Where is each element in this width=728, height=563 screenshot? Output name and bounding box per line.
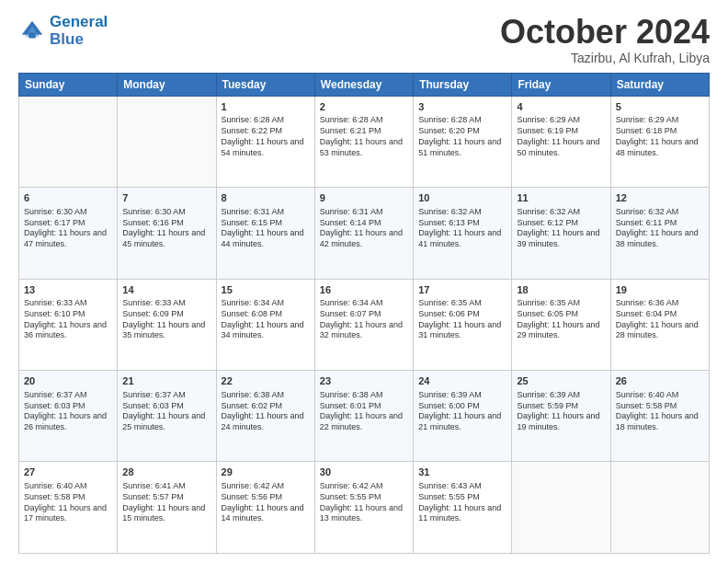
calendar-cell: 2Sunrise: 6:28 AM Sunset: 6:21 PM Daylig… <box>314 96 413 187</box>
cell-info: Sunrise: 6:42 AM Sunset: 5:56 PM Dayligh… <box>222 481 310 524</box>
day-number: 4 <box>517 100 605 114</box>
logo-icon <box>18 17 46 45</box>
day-number: 25 <box>517 374 605 388</box>
cell-info: Sunrise: 6:38 AM Sunset: 6:02 PM Dayligh… <box>222 390 310 433</box>
cell-info: Sunrise: 6:35 AM Sunset: 6:06 PM Dayligh… <box>418 298 506 341</box>
cell-info: Sunrise: 6:37 AM Sunset: 6:03 PM Dayligh… <box>122 390 210 433</box>
cell-info: Sunrise: 6:32 AM Sunset: 6:11 PM Dayligh… <box>616 207 704 250</box>
day-number: 29 <box>222 465 310 479</box>
calendar-cell: 8Sunrise: 6:31 AM Sunset: 6:15 PM Daylig… <box>216 188 314 279</box>
day-number: 20 <box>24 374 112 388</box>
calendar-cell <box>118 96 216 187</box>
calendar-cell: 3Sunrise: 6:28 AM Sunset: 6:20 PM Daylig… <box>414 96 512 187</box>
cell-info: Sunrise: 6:32 AM Sunset: 6:12 PM Dayligh… <box>517 207 605 250</box>
page: General Blue October 2024 Tazirbu, Al Ku… <box>0 0 728 563</box>
weekday-header: Friday <box>512 73 610 96</box>
weekday-header: Saturday <box>610 73 709 96</box>
cell-info: Sunrise: 6:40 AM Sunset: 5:58 PM Dayligh… <box>24 481 112 524</box>
day-number: 16 <box>320 283 408 297</box>
calendar-cell: 29Sunrise: 6:42 AM Sunset: 5:56 PM Dayli… <box>216 462 314 554</box>
day-number: 18 <box>517 283 605 297</box>
day-number: 12 <box>616 191 704 205</box>
cell-info: Sunrise: 6:41 AM Sunset: 5:57 PM Dayligh… <box>122 481 210 524</box>
calendar-cell: 23Sunrise: 6:38 AM Sunset: 6:01 PM Dayli… <box>314 371 413 462</box>
calendar-cell: 7Sunrise: 6:30 AM Sunset: 6:16 PM Daylig… <box>118 188 216 279</box>
day-number: 13 <box>24 283 112 297</box>
calendar-cell: 31Sunrise: 6:43 AM Sunset: 5:55 PM Dayli… <box>414 462 512 554</box>
calendar-cell: 20Sunrise: 6:37 AM Sunset: 6:03 PM Dayli… <box>19 371 118 462</box>
calendar-cell: 9Sunrise: 6:31 AM Sunset: 6:14 PM Daylig… <box>314 188 413 279</box>
cell-info: Sunrise: 6:39 AM Sunset: 6:00 PM Dayligh… <box>418 390 506 433</box>
day-number: 7 <box>122 191 210 205</box>
calendar-cell: 15Sunrise: 6:34 AM Sunset: 6:08 PM Dayli… <box>216 279 314 370</box>
day-number: 14 <box>122 283 210 297</box>
header: General Blue October 2024 Tazirbu, Al Ku… <box>18 14 710 65</box>
calendar-cell: 26Sunrise: 6:40 AM Sunset: 5:58 PM Dayli… <box>610 371 709 462</box>
day-number: 23 <box>320 374 408 388</box>
calendar-cell: 16Sunrise: 6:34 AM Sunset: 6:07 PM Dayli… <box>314 279 413 370</box>
day-number: 15 <box>222 283 310 297</box>
calendar-cell: 25Sunrise: 6:39 AM Sunset: 5:59 PM Dayli… <box>512 371 610 462</box>
cell-info: Sunrise: 6:29 AM Sunset: 6:19 PM Dayligh… <box>517 115 605 158</box>
day-number: 27 <box>24 465 112 479</box>
cell-info: Sunrise: 6:28 AM Sunset: 6:21 PM Dayligh… <box>320 115 408 158</box>
day-number: 3 <box>418 100 506 114</box>
title-block: October 2024 Tazirbu, Al Kufrah, Libya <box>500 14 710 65</box>
day-number: 6 <box>24 191 112 205</box>
weekday-header: Monday <box>118 73 216 96</box>
day-number: 21 <box>122 374 210 388</box>
cell-info: Sunrise: 6:37 AM Sunset: 6:03 PM Dayligh… <box>24 390 112 433</box>
cell-info: Sunrise: 6:36 AM Sunset: 6:04 PM Dayligh… <box>616 298 704 341</box>
calendar-week-row: 1Sunrise: 6:28 AM Sunset: 6:22 PM Daylig… <box>19 96 710 187</box>
calendar-cell: 21Sunrise: 6:37 AM Sunset: 6:03 PM Dayli… <box>118 371 216 462</box>
calendar-cell: 22Sunrise: 6:38 AM Sunset: 6:02 PM Dayli… <box>216 371 314 462</box>
calendar-cell: 10Sunrise: 6:32 AM Sunset: 6:13 PM Dayli… <box>414 188 512 279</box>
calendar-week-row: 6Sunrise: 6:30 AM Sunset: 6:17 PM Daylig… <box>19 188 710 279</box>
calendar-cell: 5Sunrise: 6:29 AM Sunset: 6:18 PM Daylig… <box>610 96 709 187</box>
day-number: 9 <box>320 191 408 205</box>
cell-info: Sunrise: 6:38 AM Sunset: 6:01 PM Dayligh… <box>320 390 408 433</box>
calendar-cell <box>19 96 118 187</box>
calendar-cell: 1Sunrise: 6:28 AM Sunset: 6:22 PM Daylig… <box>216 96 314 187</box>
calendar-week-row: 20Sunrise: 6:37 AM Sunset: 6:03 PM Dayli… <box>19 371 710 462</box>
day-number: 2 <box>320 100 408 114</box>
day-number: 5 <box>616 100 704 114</box>
calendar-cell: 4Sunrise: 6:29 AM Sunset: 6:19 PM Daylig… <box>512 96 610 187</box>
cell-info: Sunrise: 6:32 AM Sunset: 6:13 PM Dayligh… <box>418 207 506 250</box>
calendar-cell: 14Sunrise: 6:33 AM Sunset: 6:09 PM Dayli… <box>118 279 216 370</box>
calendar-cell: 13Sunrise: 6:33 AM Sunset: 6:10 PM Dayli… <box>19 279 118 370</box>
cell-info: Sunrise: 6:28 AM Sunset: 6:22 PM Dayligh… <box>222 115 310 158</box>
calendar-cell: 27Sunrise: 6:40 AM Sunset: 5:58 PM Dayli… <box>19 462 118 554</box>
calendar-header-row: SundayMondayTuesdayWednesdayThursdayFrid… <box>19 73 710 96</box>
location: Tazirbu, Al Kufrah, Libya <box>500 51 710 65</box>
day-number: 22 <box>222 374 310 388</box>
month-title: October 2024 <box>500 14 710 51</box>
cell-info: Sunrise: 6:39 AM Sunset: 5:59 PM Dayligh… <box>517 390 605 433</box>
cell-info: Sunrise: 6:40 AM Sunset: 5:58 PM Dayligh… <box>616 390 704 433</box>
cell-info: Sunrise: 6:31 AM Sunset: 6:14 PM Dayligh… <box>320 207 408 250</box>
logo-text: General Blue <box>50 14 108 48</box>
day-number: 11 <box>517 191 605 205</box>
cell-info: Sunrise: 6:30 AM Sunset: 6:16 PM Dayligh… <box>122 207 210 250</box>
day-number: 30 <box>320 465 408 479</box>
calendar-week-row: 13Sunrise: 6:33 AM Sunset: 6:10 PM Dayli… <box>19 279 710 370</box>
day-number: 28 <box>122 465 210 479</box>
calendar-cell: 24Sunrise: 6:39 AM Sunset: 6:00 PM Dayli… <box>414 371 512 462</box>
weekday-header: Thursday <box>414 73 512 96</box>
day-number: 31 <box>418 465 506 479</box>
cell-info: Sunrise: 6:33 AM Sunset: 6:10 PM Dayligh… <box>24 298 112 341</box>
weekday-header: Sunday <box>19 73 118 96</box>
cell-info: Sunrise: 6:29 AM Sunset: 6:18 PM Dayligh… <box>616 115 704 158</box>
cell-info: Sunrise: 6:43 AM Sunset: 5:55 PM Dayligh… <box>418 481 506 524</box>
calendar-cell: 19Sunrise: 6:36 AM Sunset: 6:04 PM Dayli… <box>610 279 709 370</box>
cell-info: Sunrise: 6:35 AM Sunset: 6:05 PM Dayligh… <box>517 298 605 341</box>
calendar-cell: 30Sunrise: 6:42 AM Sunset: 5:55 PM Dayli… <box>314 462 413 554</box>
day-number: 8 <box>222 191 310 205</box>
cell-info: Sunrise: 6:31 AM Sunset: 6:15 PM Dayligh… <box>222 207 310 250</box>
day-number: 26 <box>616 374 704 388</box>
calendar-cell: 28Sunrise: 6:41 AM Sunset: 5:57 PM Dayli… <box>118 462 216 554</box>
calendar-table: SundayMondayTuesdayWednesdayThursdayFrid… <box>18 73 710 554</box>
calendar-cell: 11Sunrise: 6:32 AM Sunset: 6:12 PM Dayli… <box>512 188 610 279</box>
calendar-cell <box>610 462 709 554</box>
calendar-week-row: 27Sunrise: 6:40 AM Sunset: 5:58 PM Dayli… <box>19 462 710 554</box>
